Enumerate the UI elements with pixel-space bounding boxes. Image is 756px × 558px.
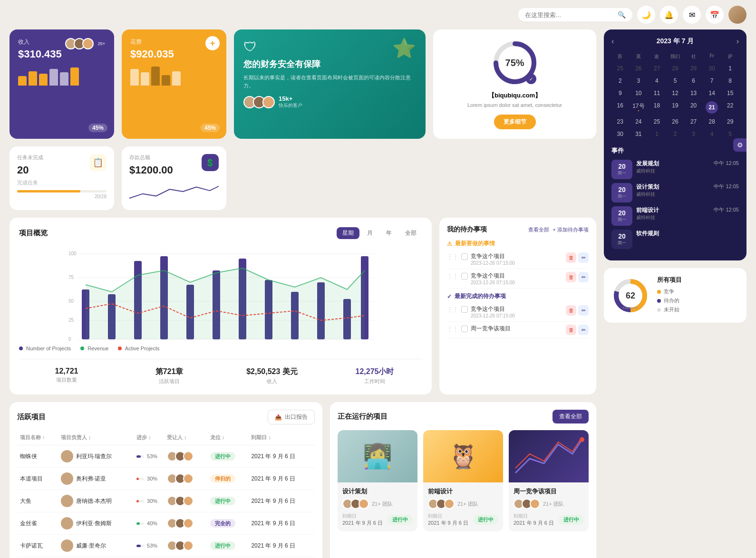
todo-item-urgent-1[interactable]: ⋮⋮ 竞争这个项目 2023-12-26 07:15:00 🗑 ✏ [447, 250, 589, 269]
cal-prev-button[interactable]: ‹ [611, 37, 614, 46]
edit-todo-4[interactable]: ✏ [578, 325, 589, 335]
checkbox-4[interactable] [461, 326, 468, 332]
cal-29[interactable]: 29 [685, 63, 702, 74]
todo-item-done-1[interactable]: ⋮⋮ 竞争这个项目 2023-12-26 07:15:00 🗑 ✏ [447, 302, 589, 322]
cal-14[interactable]: 14 [703, 87, 721, 99]
cal-9[interactable]: 9 [611, 87, 629, 99]
todo-item-done-2[interactable]: ⋮⋮ 周一竞争该项目 🗑 ✏ [447, 322, 589, 338]
cal-1[interactable]: 1 [721, 63, 739, 74]
todo-item-urgent-2[interactable]: ⋮⋮ 竞争这个项目 2023-12-26 07:15:00 🗑 ✏ [447, 269, 589, 289]
filter-year[interactable]: 年 [380, 227, 397, 239]
cell-owner: 奥利弗·诺亚 [58, 468, 134, 490]
more-details-button[interactable]: 更多细节 [494, 115, 536, 129]
cal-27[interactable]: 27 [648, 63, 666, 74]
cal-n2[interactable]: 2 [667, 128, 684, 140]
edit-todo-2[interactable]: ✏ [578, 272, 589, 282]
cal-16[interactable]: 16 [611, 100, 629, 115]
cal-27b[interactable]: 27 [685, 116, 702, 127]
delete-todo-4[interactable]: 🗑 [566, 325, 576, 335]
search-input[interactable] [525, 11, 614, 19]
col-assignee[interactable]: 受让人 ↕ [164, 430, 207, 445]
cal-n3[interactable]: 3 [685, 128, 702, 140]
moon-toggle[interactable]: 🌙 [637, 6, 655, 24]
col-progress[interactable]: 进步 ↕ [134, 430, 164, 445]
delete-todo-2[interactable]: 🗑 [566, 272, 576, 282]
cal-2[interactable]: 2 [611, 75, 629, 87]
proj-name-frontend: 前端设计 [428, 487, 498, 496]
checkbox-1[interactable] [461, 253, 468, 260]
filter-month[interactable]: 月 [361, 227, 378, 239]
cal-21-today[interactable]: 21 [706, 101, 718, 114]
checkbox-3[interactable] [461, 306, 468, 313]
cal-25[interactable]: 25 [611, 63, 629, 74]
delete-todo-3[interactable]: 🗑 [566, 305, 576, 316]
cal-18[interactable]: 18 [648, 100, 666, 115]
mail-button[interactable]: ✉ [683, 6, 701, 24]
edit-todo-1[interactable]: ✏ [578, 252, 589, 263]
design-team-text: 21+ 团队 [372, 500, 393, 508]
view-all-button[interactable]: 查看全部 [552, 410, 589, 423]
cal-4[interactable]: 4 [648, 75, 666, 87]
col-due[interactable]: 到期日 ↕ [248, 430, 315, 445]
filter-all[interactable]: 全部 [399, 227, 422, 239]
cal-28b[interactable]: 28 [703, 116, 721, 127]
search-box[interactable]: 🔍 [518, 8, 632, 21]
cal-n4[interactable]: 4 [703, 128, 721, 140]
cal-28[interactable]: 28 [667, 63, 684, 74]
cal-3[interactable]: 3 [630, 75, 648, 87]
cal-30b[interactable]: 30 [611, 128, 629, 140]
todo-add[interactable]: + 添加待办事项 [553, 226, 589, 233]
todo-view-all[interactable]: 查看全部 [528, 226, 549, 233]
cal-n1[interactable]: 1 [648, 128, 666, 140]
legend-projects-label: Number of Projects [26, 346, 71, 351]
fav-3 [444, 499, 455, 509]
cal-12[interactable]: 12 [667, 87, 684, 99]
cal-25b[interactable]: 25 [648, 116, 666, 127]
cal-31[interactable]: 31 [630, 128, 648, 140]
calendar-button[interactable]: 📅 [706, 6, 724, 24]
event-1-day: 20 [615, 163, 629, 170]
cal-6[interactable]: 6 [685, 75, 702, 87]
chart-filters[interactable]: 星期 月 年 全部 [337, 227, 422, 239]
tasks-progress-text: 20/28 [17, 194, 107, 199]
cal-15[interactable]: 15 [721, 87, 739, 99]
expenses-pct: 45% [201, 124, 220, 132]
cal-30[interactable]: 30 [703, 63, 721, 74]
cal-26b[interactable]: 26 [667, 116, 684, 127]
col-name[interactable]: 项目名称 ↑ [17, 430, 58, 445]
export-button[interactable]: 📤 出口报告 [268, 410, 315, 424]
proj-card-frontend: 🦉 前端设计 21+ 团队 [423, 430, 503, 531]
cal-29b[interactable]: 29 [721, 116, 739, 127]
cal-17[interactable]: 17号 [630, 100, 648, 115]
cal-19[interactable]: 19 [667, 100, 684, 115]
cal-23[interactable]: 23 [611, 116, 629, 127]
cell-status: 进行中 [207, 445, 249, 468]
event-1-time: 中午 12:05 [714, 160, 739, 167]
savings-sparkline [129, 182, 219, 202]
cal-22[interactable]: 22 [721, 100, 739, 115]
col-status[interactable]: 龙位 ↕ [207, 430, 249, 445]
cal-13[interactable]: 13 [685, 87, 702, 99]
checkbox-2[interactable] [461, 273, 468, 279]
calendar-settings-button[interactable]: ⚙ [733, 138, 746, 152]
todo-text-2: 竞争这个项目 [471, 272, 563, 280]
cav-3 [530, 499, 540, 509]
user-avatar[interactable] [728, 6, 746, 24]
cell-status: 进行中 [207, 490, 249, 512]
cal-11[interactable]: 11 [648, 87, 666, 99]
cal-next-button[interactable]: › [737, 37, 739, 46]
bell-button[interactable]: 🔔 [660, 6, 678, 24]
filter-week[interactable]: 星期 [337, 227, 359, 239]
proj-team-compete: 21+ 团队 [514, 499, 584, 509]
delete-todo-1[interactable]: 🗑 [566, 252, 576, 263]
cal-5[interactable]: 5 [667, 75, 684, 87]
col-owner[interactable]: 项目负责人 ↕ [58, 430, 134, 445]
cal-20[interactable]: 20 [685, 100, 702, 115]
edit-todo-3[interactable]: ✏ [578, 305, 589, 316]
cal-10[interactable]: 10 [630, 87, 648, 99]
cal-26[interactable]: 26 [630, 63, 648, 74]
donut-legend-2: 未开始 [657, 306, 739, 313]
cal-8[interactable]: 8 [721, 75, 739, 87]
cal-7[interactable]: 7 [703, 75, 721, 87]
cal-24[interactable]: 24 [630, 116, 648, 127]
